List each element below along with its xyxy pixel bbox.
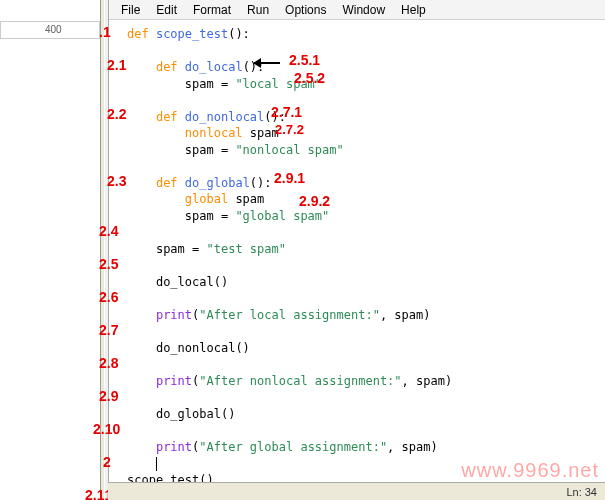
anno-2-3: 2.3 xyxy=(107,173,126,190)
anno-2-1: 2.1 xyxy=(107,57,126,74)
menu-format[interactable]: Format xyxy=(185,1,239,19)
menu-window[interactable]: Window xyxy=(334,1,393,19)
vertical-divider[interactable] xyxy=(100,0,105,500)
code-content[interactable]: def scope_test(): def do_local(): spam =… xyxy=(127,26,605,500)
text-cursor xyxy=(156,457,157,471)
status-line: Ln: 34 xyxy=(566,486,597,498)
menu-file[interactable]: File xyxy=(113,1,148,19)
code-editor[interactable]: def scope_test(): def do_local(): spam =… xyxy=(109,20,605,478)
left-panel xyxy=(0,0,100,500)
menu-run[interactable]: Run xyxy=(239,1,277,19)
anno-2-2: 2.2 xyxy=(107,106,126,123)
menu-help[interactable]: Help xyxy=(393,1,434,19)
editor-window: File Edit Format Run Options Window Help… xyxy=(108,0,605,500)
ruler: 400 xyxy=(0,21,100,39)
menu-bar: File Edit Format Run Options Window Help xyxy=(109,0,605,20)
menu-edit[interactable]: Edit xyxy=(148,1,185,19)
ruler-tick: 400 xyxy=(45,24,62,35)
menu-options[interactable]: Options xyxy=(277,1,334,19)
status-bar: Ln: 34 xyxy=(108,482,605,500)
